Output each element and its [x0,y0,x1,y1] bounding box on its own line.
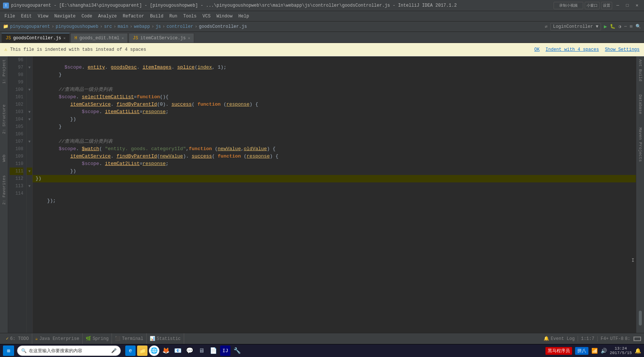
code-content[interactable]: $scope. entity. goodsDesc. itemImages. s… [33,56,636,333]
settings-icon[interactable]: 设置 [601,2,612,9]
web-panel-label[interactable]: Web [1,152,7,165]
recording-icon[interactable]: 录制小视频 [554,2,583,9]
favorites-panel-label[interactable]: 2: Favorites [1,172,7,208]
search-everywhere-icon[interactable]: 🔍 [635,24,641,29]
menu-navigate[interactable]: Navigate [51,12,79,20]
menu-window[interactable]: Window [213,12,235,20]
main-editor-area: 1: Project 2: Structure Web 2: Favorites… [0,56,644,333]
spring-status[interactable]: 🌿 Spring [83,333,112,344]
java-enterprise-icon: ☕ [35,336,38,341]
breadcrumb-file[interactable]: goodsController.js [199,24,247,29]
volume-icon[interactable]: 🔊 [601,348,607,354]
menu-analyze[interactable]: Analyze [95,12,120,20]
position-status[interactable]: 1:1:7 [578,336,598,341]
brand-logo: 黑马程序员 [545,347,572,355]
java-enterprise-label: Java Enterprise [39,336,79,341]
datetime: 13:242017/5/15 [610,346,632,355]
menu-help[interactable]: Help [235,12,252,20]
encoding-status[interactable]: F4+ UTF-8 8: [598,336,634,341]
breadcrumb-controller[interactable]: controller [167,24,193,29]
taskbar-app-extra[interactable]: 🔧 [232,346,242,356]
java-enterprise-status[interactable]: ☕ Java Enterprise [32,333,83,344]
statistic-status[interactable]: 📊 Statistic [147,333,184,344]
taskbar-search-text: 在这里输入你要搜索的内容 [29,348,82,354]
menu-code[interactable]: Code [79,12,95,20]
structure-panel-label[interactable]: 2: Structure [1,102,7,137]
taskbar-app-firefox[interactable]: 🦊 [161,346,171,356]
terminal-status[interactable]: ⬛ Terminal [112,333,147,344]
menu-edit[interactable]: Edit [18,12,35,20]
tab-goods-edit[interactable]: H goods_edit.html ✕ [70,33,128,43]
notification-text: This file is indented with tabs instead … [10,47,531,52]
ok-button[interactable]: OK [534,47,540,52]
brand-logo2: 拼八 [575,347,588,355]
coverage-icon[interactable]: ◑ [618,24,621,29]
event-log-status[interactable]: 🔔 Event Log [541,336,578,341]
windows-start-button[interactable]: ⊞ [3,346,14,356]
spring-icon: 🌿 [86,336,91,341]
todo-icon: ✓ [6,336,9,341]
tab-close-item-cat-service[interactable]: ✕ [188,36,190,40]
tab-close-goods-edit[interactable]: ✕ [122,36,124,40]
close-button[interactable]: ✕ [633,2,641,9]
taskbar-app-pdf[interactable]: 📄 [208,346,219,356]
menu-vcs[interactable]: VCS [200,12,214,20]
menu-view[interactable]: View [35,12,52,20]
nav-icon[interactable]: ⇄ [545,24,547,29]
menu-file[interactable]: File [1,12,18,20]
event-log-label: Event Log [551,336,575,341]
smallwindow-icon[interactable]: 小窗口 [585,2,600,9]
breadcrumb-src[interactable]: src [104,24,112,29]
project-panel-label[interactable]: 1: Project [1,56,7,87]
indent-button[interactable]: Indent with 4 spaces [545,47,599,52]
tab-label-goods-edit: goods_edit.html [79,36,119,41]
tab-label-item-cat-service: itemCatService.js [140,36,186,41]
scrollbar-indicator[interactable] [639,311,642,325]
taskbar-app-explorer[interactable]: 📁 [137,346,147,356]
tab-goods-controller[interactable]: JS goodsController.js ✕ [1,33,70,43]
taskbar-search[interactable]: 🔍 在这里输入你要搜索的内容 🎤 [17,346,121,356]
breadcrumb-webapp[interactable]: webapp [134,24,150,29]
layout-icon[interactable]: ⊞ [630,24,633,29]
run-icon[interactable]: ▶ [604,23,607,30]
more-run-icon[interactable]: ⋯ [624,24,627,29]
cursor-indicator: I [629,257,636,264]
statistic-icon: 📊 [150,336,155,341]
breadcrumb-main[interactable]: main [117,24,128,29]
ant-build-label[interactable]: Ant Build [637,56,644,84]
taskbar-app-chat[interactable]: 💬 [185,346,195,356]
breadcrumb-js[interactable]: js [156,24,161,29]
taskbar-app-chrome[interactable]: 🌐 [149,346,159,356]
menu-refactor[interactable]: Refactor [120,12,147,20]
tab-item-cat-service[interactable]: JS itemCatService.js ✕ [129,33,194,43]
taskbar-app-idea[interactable]: IJ [220,346,230,356]
show-settings-button[interactable]: Show Settings [605,47,640,52]
maximize-button[interactable]: □ [623,2,631,9]
taskbar-app-dev[interactable]: 🖥 [196,346,207,356]
todo-status[interactable]: ✓ 6: TODO [3,333,32,344]
notification-icon[interactable]: 🔔 [635,348,641,354]
square-indicator [634,337,641,341]
menu-build[interactable]: Build [147,12,166,20]
breadcrumb-project[interactable]: pinyougouparent [10,24,50,29]
menu-run[interactable]: Run [166,12,180,20]
maven-label[interactable]: Maven Projects [637,125,644,165]
tab-close-goods-controller[interactable]: ✕ [63,36,66,40]
minimize-button[interactable]: ─ [614,2,622,9]
right-panel: Ant Build Database Maven Projects [636,56,644,333]
controller-dropdown[interactable]: LoginController ▼ [550,23,601,30]
network-icon[interactable]: 📶 [591,348,598,354]
title-text: pinyougouparent - [E:\shanghai34\pinyoug… [11,3,457,8]
todo-label: 6: TODO [10,336,29,341]
database-label[interactable]: Database [637,92,644,117]
tab-icon-item-cat-service: JS [133,36,138,41]
encoding-label: F4+ [601,336,609,341]
debug-icon[interactable]: 🐛 [610,24,615,29]
breadcrumb-module[interactable]: pinyougoushopweb [56,24,98,29]
menu-tools[interactable]: Tools [180,12,200,20]
mic-icon[interactable]: 🎤 [111,348,117,354]
taskbar-app-edge[interactable]: e [125,346,136,356]
breadcrumb-bar: 📁 pinyougouparent › pinyougoushopweb › s… [0,22,644,32]
taskbar-app-mail[interactable]: 📧 [173,346,183,356]
code-editor[interactable]: 96 97 98 99 100 101 102 103 104 105 106 … [8,56,636,333]
